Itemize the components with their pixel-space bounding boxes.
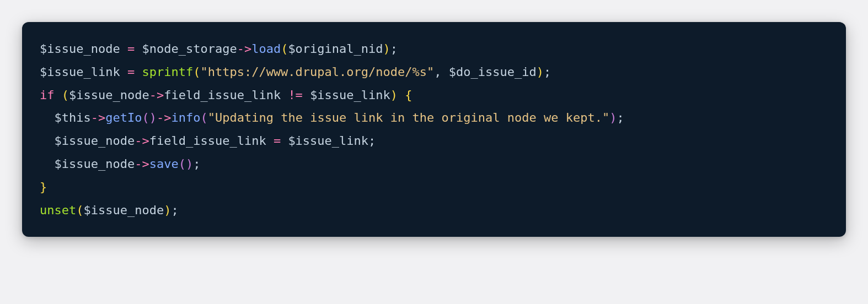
code-token: $issue_node bbox=[69, 88, 149, 102]
code-token: field_issue_link bbox=[149, 134, 266, 148]
code-token: -> bbox=[157, 111, 172, 124]
code-token: { bbox=[405, 88, 412, 102]
code-token: } bbox=[40, 180, 47, 194]
code-token: ) bbox=[390, 88, 398, 102]
code-token: ) bbox=[383, 42, 390, 56]
code-token: getIo bbox=[105, 111, 142, 124]
code-token: unset bbox=[40, 203, 76, 217]
code-token: "Updating the issue link in the original… bbox=[208, 111, 609, 124]
code-token: field_issue_link bbox=[164, 88, 281, 102]
code-token: ) bbox=[186, 157, 193, 171]
code-line: } bbox=[40, 176, 828, 199]
code-token: if bbox=[40, 88, 55, 102]
code-token: ) bbox=[149, 111, 157, 124]
code-token: ( bbox=[179, 157, 186, 171]
code-token bbox=[55, 88, 62, 102]
code-token: -> bbox=[237, 42, 252, 56]
code-token: ( bbox=[142, 111, 149, 124]
code-token: $issue_node bbox=[40, 42, 120, 56]
code-token: = bbox=[127, 65, 135, 79]
code-token: ; bbox=[544, 65, 551, 79]
code-token: "https://www.drupal.org/node/%s" bbox=[200, 65, 434, 79]
code-line: $this->getIo()->info("Updating the issue… bbox=[40, 106, 828, 129]
code-token bbox=[120, 65, 127, 79]
code-line: $issue_node->field_issue_link = $issue_l… bbox=[40, 129, 828, 153]
code-line: $issue_node = $node_storage->load($origi… bbox=[40, 37, 828, 61]
code-token: -> bbox=[91, 111, 106, 124]
code-token: load bbox=[251, 42, 281, 56]
code-token bbox=[135, 42, 142, 56]
code-token: ( bbox=[281, 42, 288, 56]
code-token: ) bbox=[609, 111, 617, 124]
code-token: info bbox=[171, 111, 200, 124]
code-token bbox=[281, 134, 288, 148]
code-token bbox=[135, 65, 142, 79]
code-token: = bbox=[274, 134, 281, 148]
code-token: -> bbox=[135, 134, 149, 148]
code-token: $issue_link bbox=[288, 134, 368, 148]
code-token: ( bbox=[76, 203, 83, 217]
code-token: ; bbox=[171, 203, 178, 217]
code-line: $issue_node->save(); bbox=[40, 153, 828, 176]
code-token: $original_nid bbox=[288, 42, 383, 56]
code-line: if ($issue_node->field_issue_link != $is… bbox=[40, 84, 828, 107]
code-token: ; bbox=[193, 157, 200, 171]
code-token: -> bbox=[135, 157, 149, 171]
code-token bbox=[398, 88, 405, 102]
code-token bbox=[442, 65, 449, 79]
code-token: $issue_link bbox=[310, 88, 390, 102]
code-token: $this bbox=[55, 111, 91, 124]
code-token: ) bbox=[537, 65, 544, 79]
code-token: $do_issue_id bbox=[449, 65, 537, 79]
code-line: $issue_link = sprintf("https://www.drupa… bbox=[40, 61, 828, 84]
code-token: ( bbox=[200, 111, 207, 124]
code-token: ; bbox=[368, 134, 376, 148]
code-block: $issue_node = $node_storage->load($origi… bbox=[22, 22, 846, 237]
code-token: ) bbox=[164, 203, 171, 217]
code-line: unset($issue_node); bbox=[40, 199, 828, 222]
code-token: $issue_node bbox=[55, 134, 135, 148]
code-token bbox=[303, 88, 310, 102]
code-token: save bbox=[149, 157, 179, 171]
code-token bbox=[266, 134, 274, 148]
code-token: $node_storage bbox=[142, 42, 237, 56]
code-token: $issue_node bbox=[55, 157, 135, 171]
code-token: $issue_node bbox=[83, 203, 164, 217]
code-token: $issue_link bbox=[40, 65, 120, 79]
code-token: ; bbox=[390, 42, 398, 56]
code-token: sprintf bbox=[142, 65, 193, 79]
code-token: ( bbox=[193, 65, 200, 79]
code-token: -> bbox=[149, 88, 164, 102]
code-token: != bbox=[288, 88, 303, 102]
code-token: = bbox=[127, 42, 135, 56]
code-token bbox=[120, 42, 127, 56]
code-token: , bbox=[434, 65, 441, 79]
code-token: ( bbox=[62, 88, 69, 102]
code-token: ; bbox=[617, 111, 624, 124]
code-token bbox=[281, 88, 288, 102]
